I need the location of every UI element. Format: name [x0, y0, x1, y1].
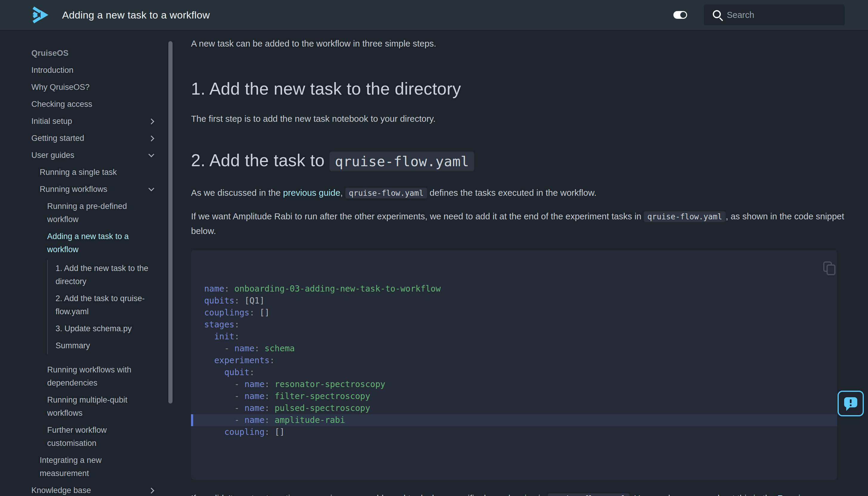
search-input[interactable] [727, 10, 828, 20]
main-content: A new task can be added to the workflow … [173, 30, 868, 496]
sidebar-item-label: Running a pre-defined workflow [47, 202, 127, 224]
sidebar-item-label: Why QruiseOS? [31, 83, 90, 92]
copy-code-button[interactable] [816, 257, 830, 271]
code-line: init: [191, 331, 837, 343]
sidebar-item[interactable]: Getting started [0, 130, 173, 147]
section2-paragraph-3: If we didn't want automatic sequencing, … [191, 491, 845, 496]
sidebar-item-label: User guides [31, 151, 74, 160]
inline-link[interactable]: Running workflows with dependencies [191, 493, 810, 496]
app-header: Adding a new task to a workflow [0, 0, 868, 30]
inline-code: qruise-flow.yaml [644, 211, 726, 222]
section2-paragraph-1: As we discussed in the previous guide, q… [191, 186, 845, 200]
code-block: name: onboarding-03-adding-new-task-to-w… [191, 250, 837, 480]
sidebar-item[interactable]: Knowledge base [0, 482, 173, 496]
toc-group: 1. Add the new task to the directory2. A… [47, 260, 173, 354]
sidebar-item-active[interactable]: Adding a new task to a workflow [0, 228, 173, 258]
code-line: - name: resonator-spectroscopy [191, 378, 837, 390]
sidebar-item[interactable]: Running a single task [0, 164, 173, 181]
sidebar-item-label: Running multiple-qubit workflows [47, 396, 127, 418]
chevron-right-icon [148, 119, 154, 124]
code-lines: name: onboarding-03-adding-new-task-to-w… [191, 283, 837, 438]
sidebar-item-label: Summary [56, 341, 90, 350]
section2-heading: 2. Add the task to qruise-flow.yaml [191, 151, 845, 171]
section2-heading-text: 2. Add the task to [191, 151, 329, 170]
sidebar-item[interactable]: Initial setup [0, 113, 173, 130]
sidebar-item-label: Initial setup [31, 117, 72, 126]
inline-code: qruise-flow.yaml [345, 188, 427, 199]
chevron-down-icon [148, 151, 154, 157]
code-line: qubits: [Q1] [191, 295, 837, 307]
sidebar-item[interactable]: Summary [56, 337, 173, 354]
sidebar-item[interactable]: Running a pre-defined workflow [0, 198, 173, 228]
inline-link[interactable]: previous guide [283, 188, 340, 198]
sidebar-section-title: QruiseOS [0, 45, 173, 62]
sidebar: QruiseOSIntroductionWhy QruiseOS?Checkin… [0, 30, 173, 496]
inline-code: qruise-flow.yaml [548, 493, 630, 496]
sidebar-scrollbar-thumb[interactable] [168, 41, 172, 403]
header-actions [673, 4, 868, 25]
sidebar-item-label: Adding a new task to a workflow [47, 232, 129, 254]
section1-paragraph: The first step is to add the new task no… [191, 112, 845, 126]
chevron-right-icon [148, 487, 154, 494]
code-line: - name: schema [191, 343, 837, 355]
sidebar-item-label: 1. Add the new task to the directory [56, 264, 148, 286]
section2-paragraph-2: If we want Amplitude Rabi to run after t… [191, 209, 845, 238]
sidebar-item-label: Running workflows [40, 185, 107, 194]
feedback-exclamation-icon [843, 396, 858, 411]
sidebar-item[interactable]: 1. Add the new task to the directory [56, 260, 173, 290]
qruise-logo[interactable] [31, 5, 49, 25]
sidebar-item[interactable]: Introduction [0, 62, 173, 79]
sidebar-item-label: Running a single task [40, 168, 117, 177]
sidebar-item[interactable]: Running workflows with dependencies [0, 361, 173, 391]
feedback-button[interactable] [838, 391, 864, 416]
theme-toggle[interactable] [673, 11, 687, 19]
page-title: Adding a new task to a workflow [62, 9, 210, 21]
sidebar-item-label: Running workflows with dependencies [47, 365, 131, 387]
sidebar-item-label: Knowledge base [31, 486, 91, 495]
sidebar-item[interactable]: Integrating a new measurement [0, 452, 173, 482]
sidebar-item[interactable]: Running multiple-qubit workflows [0, 391, 173, 422]
sidebar-item-label: Checking access [31, 100, 92, 109]
sidebar-item-label: Further workflow customisation [47, 425, 107, 448]
sidebar-item[interactable]: 2. Add the task to qruise-flow.yaml [56, 290, 173, 320]
code-line: name: onboarding-03-adding-new-task-to-w… [191, 283, 837, 295]
code-line: stages: [191, 319, 837, 331]
section1-heading: 1. Add the new task to the directory [191, 79, 845, 98]
sidebar-item[interactable]: Running workflows [0, 181, 173, 198]
sidebar-item[interactable]: User guides [0, 147, 173, 164]
code-line: - name: filter-spectroscopy [191, 390, 837, 402]
search-icon [713, 10, 721, 18]
intro-paragraph: A new task can be added to the workflow … [191, 36, 845, 51]
copy-icon [823, 261, 836, 276]
theme-toggle-knob [680, 12, 686, 18]
code-line: qubit: [191, 367, 837, 378]
section2-heading-code: qruise-flow.yaml [329, 152, 475, 171]
sidebar-nav: QruiseOSIntroductionWhy QruiseOS?Checkin… [0, 45, 173, 496]
sidebar-item-label: 2. Add the task to qruise-flow.yaml [56, 294, 145, 316]
code-line: couplings: [] [191, 307, 837, 319]
sidebar-item-label: 3. Update schema.py [56, 324, 131, 333]
sidebar-item[interactable]: Further workflow customisation [0, 422, 173, 452]
sidebar-item[interactable]: Why QruiseOS? [0, 79, 173, 96]
code-line-highlighted: - name: amplitude-rabi [191, 414, 837, 426]
sidebar-item-label: Introduction [31, 66, 74, 75]
chevron-down-icon [148, 185, 154, 191]
code-line: experiments: [191, 355, 837, 367]
sidebar-item-label: Integrating a new measurement [40, 456, 102, 478]
search-box[interactable] [704, 4, 845, 25]
sidebar-item[interactable]: Checking access [0, 96, 173, 113]
code-line: - name: pulsed-spectroscopy [191, 402, 837, 414]
chevron-right-icon [148, 136, 154, 141]
code-line: coupling: [] [191, 426, 837, 438]
sidebar-item[interactable]: 3. Update schema.py [56, 320, 173, 337]
sidebar-item-label: Getting started [31, 134, 84, 143]
